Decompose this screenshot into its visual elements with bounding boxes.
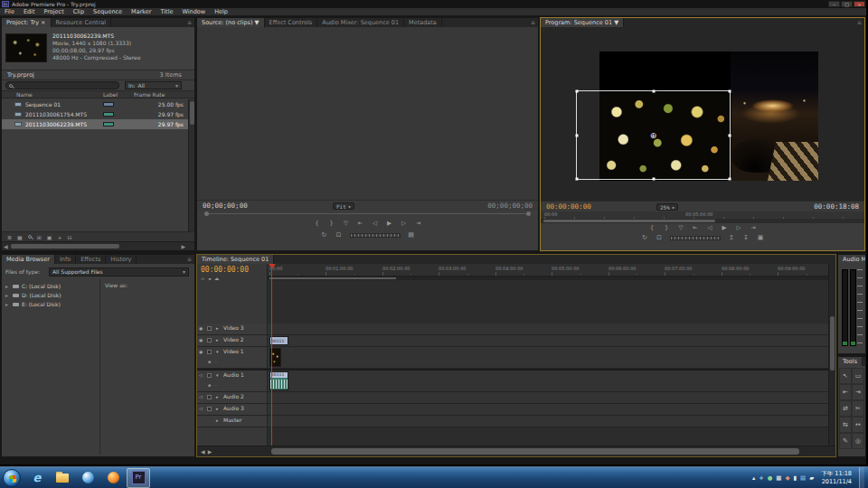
step-back-button[interactable]: ◁ xyxy=(706,224,713,231)
taskbar-premiere-button[interactable]: Pr xyxy=(127,468,150,488)
tab-project[interactable]: Project: Try × xyxy=(2,18,52,27)
new-item-button[interactable]: + xyxy=(57,234,61,240)
tray-icon[interactable]: ▤ xyxy=(800,474,806,482)
menu-item-window[interactable]: Window xyxy=(177,8,210,15)
tab-source[interactable]: Source: (no clips) ▼ xyxy=(197,18,265,27)
hscroll-thumb[interactable] xyxy=(11,244,119,249)
mark-in-button[interactable]: { xyxy=(648,224,656,231)
menu-item-help[interactable]: Help xyxy=(210,8,232,15)
clip-audio-1[interactable]: 20111 xyxy=(269,371,288,390)
step-back-button[interactable]: ◁ xyxy=(372,220,379,227)
label-chip[interactable] xyxy=(103,122,114,127)
menu-item-marker[interactable]: Marker xyxy=(127,8,156,15)
selection-handle[interactable] xyxy=(729,134,731,136)
panel-menu-icon[interactable]: ≡ xyxy=(184,255,194,264)
scroll-left-arrow[interactable]: ◀ xyxy=(4,243,8,249)
expand-arrow-icon[interactable]: ▸ xyxy=(216,337,219,343)
loop-button[interactable]: ↻ xyxy=(641,234,648,241)
tray-icon[interactable]: ▰ xyxy=(809,474,814,482)
tab-info[interactable]: Info xyxy=(55,255,76,264)
timeline-timecode[interactable]: 00:00:00:00 xyxy=(201,266,249,274)
source-zoom-bar[interactable] xyxy=(197,211,538,217)
drive-item-d[interactable]: ▸ D: (Local Disk) xyxy=(2,291,98,300)
sync-lock-checkbox[interactable] xyxy=(207,373,212,378)
selection-handle[interactable] xyxy=(729,178,731,181)
clear-button[interactable]: ⊟ xyxy=(67,234,71,240)
slip-tool[interactable]: ⇆ xyxy=(839,417,852,433)
sync-lock-checkbox[interactable] xyxy=(207,326,212,331)
track-content[interactable]: 20111 xyxy=(268,335,828,346)
selection-handle[interactable] xyxy=(729,90,731,93)
column-header-name[interactable]: Name xyxy=(16,91,33,99)
label-chip[interactable] xyxy=(103,112,114,117)
selection-tool[interactable]: ↖ xyxy=(839,368,852,384)
sync-lock-checkbox[interactable] xyxy=(207,395,212,399)
zoom-handle-left[interactable] xyxy=(204,211,209,216)
toggle-track-output-icon[interactable]: ◉ xyxy=(199,325,203,331)
timeline-vscrollbar[interactable] xyxy=(828,264,835,446)
panel-menu-icon[interactable]: ≡ xyxy=(854,18,864,27)
tree-expand-icon[interactable]: ▸ xyxy=(5,291,8,300)
anchor-point-icon[interactable]: ⊕ xyxy=(650,131,657,140)
extract-button[interactable]: ↧ xyxy=(742,234,750,241)
tree-expand-icon[interactable]: ▸ xyxy=(5,282,8,291)
tray-icon[interactable]: + xyxy=(759,474,763,482)
track-content[interactable] xyxy=(268,347,828,368)
expand-arrow-icon[interactable]: ▾ xyxy=(216,349,219,354)
pen-tool[interactable]: ✎ xyxy=(839,433,852,449)
menu-item-project[interactable]: Project xyxy=(39,8,68,15)
ripple-edit-tool[interactable]: ⇤ xyxy=(839,384,852,400)
selection-handle[interactable] xyxy=(576,134,579,136)
source-fit-dropdown[interactable]: Fit ▾ xyxy=(333,202,354,210)
step-forward-button[interactable]: ▷ xyxy=(735,224,742,231)
vscroll-thumb[interactable] xyxy=(830,316,835,371)
selection-handle[interactable] xyxy=(576,178,579,181)
label-chip[interactable] xyxy=(103,102,114,107)
icon-view-button[interactable]: ▦ xyxy=(17,234,23,240)
zoom-level-dropdown[interactable]: 25% ▾ xyxy=(656,203,678,211)
sync-lock-checkbox[interactable] xyxy=(207,407,212,411)
expand-arrow-icon[interactable]: ▸ xyxy=(216,406,219,411)
toggle-track-mute-icon[interactable]: ◁ xyxy=(199,372,203,378)
work-area-bar[interactable] xyxy=(269,277,396,279)
playhead-marker[interactable] xyxy=(269,264,276,268)
slide-tool[interactable]: ↔ xyxy=(852,417,864,433)
play-button[interactable]: ▶ xyxy=(721,224,728,231)
show-keyframes-icon[interactable]: ◦ xyxy=(214,359,217,364)
track-content[interactable] xyxy=(268,392,828,403)
minimize-button[interactable]: – xyxy=(828,1,840,7)
go-to-out-button[interactable]: ⇥ xyxy=(750,224,757,231)
tray-icon[interactable]: ● xyxy=(768,474,773,482)
jog-control[interactable] xyxy=(670,236,721,240)
toggle-track-output-icon[interactable]: ◉ xyxy=(199,337,203,343)
step-forward-button[interactable]: ▷ xyxy=(401,220,408,227)
tab-metadata[interactable]: Metadata xyxy=(404,18,442,27)
project-hscrollbar[interactable]: ◀ ▶ xyxy=(2,241,194,250)
mark-out-button[interactable]: } xyxy=(663,224,670,231)
panel-menu-icon[interactable]: ≡ xyxy=(184,18,194,27)
files-of-type-dropdown[interactable]: All Supported Files ▾ xyxy=(49,267,189,277)
loop-button[interactable]: ↻ xyxy=(321,231,328,239)
clock[interactable]: 下午 11:18 2011/11/4 xyxy=(817,470,855,486)
menu-item-file[interactable]: File xyxy=(0,8,19,15)
column-header-label[interactable]: Label xyxy=(103,91,118,99)
timeline-ruler[interactable]: 00;00 00:01:00:00 00:02:00:00 00:03:00:0… xyxy=(268,264,828,277)
selection-handle[interactable] xyxy=(652,90,655,93)
add-marker-button[interactable]: ▽ xyxy=(343,220,350,227)
show-keyframes-icon[interactable]: ◦ xyxy=(214,382,217,388)
sync-lock-checkbox[interactable] xyxy=(207,350,212,354)
track-content[interactable] xyxy=(268,416,828,427)
taskbar-browser-button[interactable] xyxy=(101,468,125,488)
column-header-frame-rate[interactable]: Frame Rate xyxy=(134,91,165,99)
clip-video-2[interactable]: 20111 xyxy=(269,336,288,345)
lift-button[interactable]: ↥ xyxy=(728,234,735,241)
tray-icon[interactable]: ◆ xyxy=(785,474,789,482)
vscroll-thumb[interactable] xyxy=(190,101,194,125)
track-content[interactable] xyxy=(268,404,828,415)
zoom-handle-right[interactable] xyxy=(526,211,531,216)
go-to-in-button[interactable]: ⇤ xyxy=(692,224,699,231)
playhead[interactable] xyxy=(271,264,272,446)
tray-expand-icon[interactable]: ▴ xyxy=(752,474,755,482)
toggle-track-output-icon[interactable]: ◉ xyxy=(199,349,203,354)
tab-timeline[interactable]: Timeline: Sequence 01 xyxy=(197,255,274,264)
